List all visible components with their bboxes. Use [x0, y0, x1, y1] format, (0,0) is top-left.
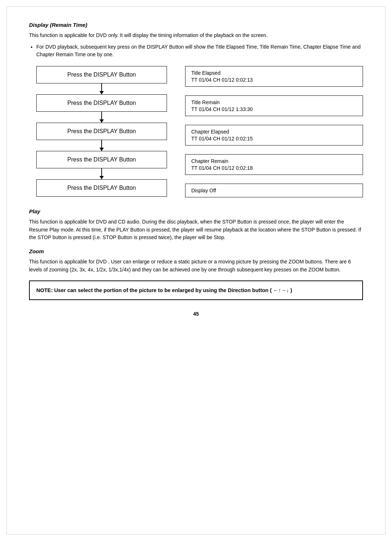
flow-box-3: Press the DISPLAY Button: [36, 123, 167, 140]
flow-diagram: Press the DISPLAY Button Press the DISPL…: [29, 66, 363, 197]
bullet-list: For DVD playback, subsequent key press o…: [36, 43, 363, 59]
display-chapter-elapsed-line2: TT 01/04 CH 01/12 0:02:15: [191, 136, 357, 142]
zoom-title: Zoom: [29, 248, 363, 254]
flow-box-1: Press the DISPLAY Button: [36, 66, 167, 83]
flow-left: Press the DISPLAY Button Press the DISPL…: [29, 66, 174, 197]
display-title-elapsed-line1: Title Elapsed: [191, 70, 357, 76]
display-chapter-remain-line1: Chapter Remain: [191, 158, 357, 164]
page-content: Display (Remain Time) This function is a…: [0, 0, 392, 346]
display-remain-time-intro: This function is applicable for DVD only…: [29, 32, 363, 40]
play-section: Play This function is applicable for DVD…: [29, 208, 363, 242]
display-box-title-elapsed: Title Elapsed TT 01/04 CH 01/12 0:02:13: [185, 66, 363, 87]
display-title-remain-line2: TT 01/04 CH 01/12 1:33:30: [191, 106, 357, 112]
flow-box-2: Press the DISPLAY Button: [36, 94, 167, 112]
flow-box-4: Press the DISPLAY Button: [36, 151, 167, 168]
flow-right: Title Elapsed TT 01/04 CH 01/12 0:02:13 …: [185, 66, 363, 197]
note-text: NOTE: User can select the portion of the…: [36, 287, 292, 293]
bullet-item: For DVD playback, subsequent key press o…: [36, 43, 363, 59]
display-remain-time-title: Display (Remain Time): [29, 22, 363, 28]
flow-arrow-2: [101, 112, 102, 123]
display-title-remain-line1: Title Remain: [191, 99, 357, 105]
play-title: Play: [29, 208, 363, 214]
display-box-off: Display Off: [185, 184, 363, 197]
zoom-section: Zoom This function is applicable for DVD…: [29, 248, 363, 274]
display-box-title-remain: Title Remain TT 01/04 CH 01/12 1:33:30: [185, 95, 363, 116]
play-text: This function is applicable for DVD and …: [29, 218, 363, 242]
display-off-line1: Display Off: [191, 188, 357, 193]
display-remain-time-section: Display (Remain Time) This function is a…: [29, 22, 363, 59]
page-number: 45: [29, 311, 363, 317]
display-chapter-elapsed-line1: Chapter Elapsed: [191, 129, 357, 135]
note-box: NOTE: User can select the portion of the…: [29, 280, 363, 300]
display-chapter-remain-line2: TT 01/04 CH 01/12 0:02:18: [191, 165, 357, 171]
display-title-elapsed-line2: TT 01/04 CH 01/12 0:02:13: [191, 77, 357, 83]
zoom-text: This function is applicable for DVD . Us…: [29, 258, 363, 274]
flow-arrow-3: [101, 140, 102, 151]
display-box-chapter-elapsed: Chapter Elapsed TT 01/04 CH 01/12 0:02:1…: [185, 125, 363, 146]
flow-arrow-1: [101, 83, 102, 94]
flow-arrow-4: [101, 168, 102, 179]
display-boxes-container: Title Elapsed TT 01/04 CH 01/12 0:02:13 …: [185, 66, 363, 197]
display-box-chapter-remain: Chapter Remain TT 01/04 CH 01/12 0:02:18: [185, 154, 363, 175]
flow-box-5: Press the DISPLAY Button: [36, 179, 167, 197]
